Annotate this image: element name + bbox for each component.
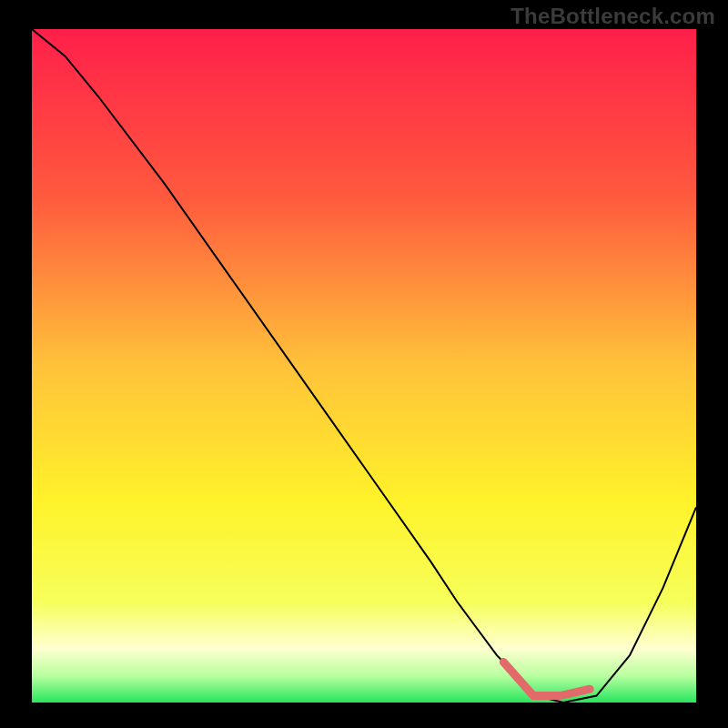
chart-plot-area (32, 29, 696, 703)
chart-frame: TheBottleneck.com (0, 0, 728, 728)
chart-svg (32, 29, 696, 703)
gradient-background (32, 29, 696, 703)
watermark-text: TheBottleneck.com (511, 4, 715, 29)
